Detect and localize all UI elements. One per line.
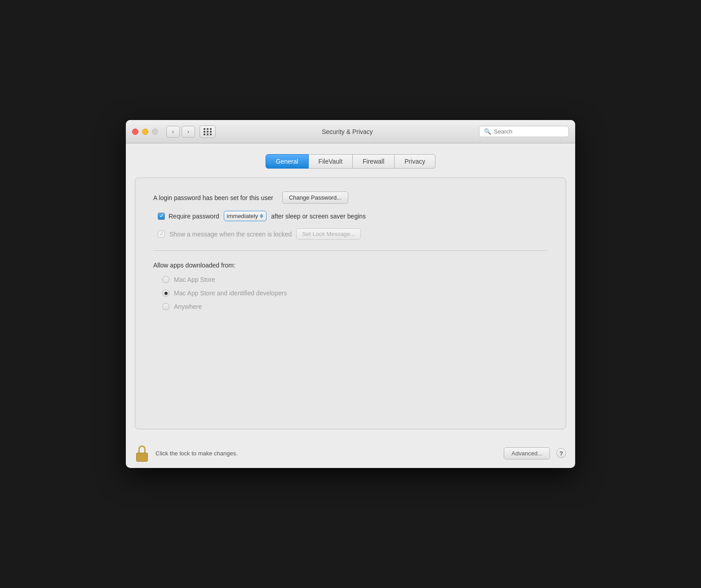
tab-privacy[interactable]: Privacy bbox=[395, 154, 435, 169]
content-area: General FileVault Firewall Privacy A log… bbox=[126, 143, 575, 438]
nav-buttons: ‹ › bbox=[166, 126, 195, 138]
lock-label: Click the lock to make changes. bbox=[155, 450, 497, 457]
immediately-dropdown[interactable]: immediately bbox=[224, 211, 266, 221]
require-password-label: Require password bbox=[169, 213, 219, 220]
search-icon: 🔍 bbox=[484, 128, 491, 135]
radio-anywhere[interactable] bbox=[162, 303, 169, 310]
password-row2: Require password immediately after sleep… bbox=[153, 211, 548, 221]
radio-label-mac-app-store-developers: Mac App Store and identified developers bbox=[174, 290, 287, 297]
tab-filevault[interactable]: FileVault bbox=[309, 154, 353, 169]
back-button[interactable]: ‹ bbox=[166, 126, 180, 138]
radio-item-anywhere: Anywhere bbox=[162, 303, 548, 310]
settings-panel: A login password has been set for this u… bbox=[135, 178, 566, 429]
grid-icon bbox=[204, 128, 212, 135]
dropdown-value: immediately bbox=[227, 213, 258, 219]
main-window: ‹ › Security & Privacy 🔍 General FileVau… bbox=[126, 120, 575, 468]
radio-label-mac-app-store: Mac App Store bbox=[174, 276, 215, 283]
radio-mac-app-store-developers[interactable] bbox=[162, 290, 169, 297]
require-password-checkbox[interactable] bbox=[158, 213, 165, 220]
show-message-checkbox[interactable] bbox=[158, 231, 165, 238]
search-bar[interactable]: 🔍 bbox=[479, 126, 569, 137]
apps-section: Allow apps downloaded from: Mac App Stor… bbox=[153, 251, 548, 310]
bottom-bar: Click the lock to make changes. Advanced… bbox=[126, 438, 575, 468]
advanced-button[interactable]: Advanced... bbox=[504, 447, 550, 459]
tab-bar: General FileVault Firewall Privacy bbox=[135, 154, 566, 169]
grid-button[interactable] bbox=[200, 125, 216, 138]
minimize-button[interactable] bbox=[142, 129, 148, 135]
tab-firewall[interactable]: Firewall bbox=[353, 154, 395, 169]
radio-item-mac-app-store-developers: Mac App Store and identified developers bbox=[162, 290, 548, 297]
radio-label-anywhere: Anywhere bbox=[174, 303, 202, 310]
close-button[interactable] bbox=[132, 129, 138, 135]
allow-apps-title: Allow apps downloaded from: bbox=[153, 262, 548, 269]
window-title: Security & Privacy bbox=[220, 128, 475, 135]
tab-general[interactable]: General bbox=[266, 154, 309, 169]
password-row3: Show a message when the screen is locked… bbox=[153, 228, 548, 240]
radio-group: Mac App Store Mac App Store and identifi… bbox=[153, 276, 548, 310]
change-password-button[interactable]: Change Password... bbox=[282, 192, 348, 204]
traffic-lights bbox=[132, 129, 158, 135]
lock-icon[interactable] bbox=[135, 445, 149, 462]
password-row1: A login password has been set for this u… bbox=[153, 192, 548, 204]
require-password-checkbox-wrapper: Require password bbox=[158, 213, 219, 220]
search-input[interactable] bbox=[494, 128, 564, 135]
radio-mac-app-store[interactable] bbox=[162, 276, 169, 283]
lock-body bbox=[136, 453, 148, 462]
set-lock-message-button[interactable]: Set Lock Message... bbox=[296, 228, 361, 240]
help-button[interactable]: ? bbox=[556, 448, 566, 458]
password-set-label: A login password has been set for this u… bbox=[153, 194, 273, 201]
show-message-label: Show a message when the screen is locked bbox=[169, 231, 292, 238]
after-sleep-label: after sleep or screen saver begins bbox=[271, 213, 366, 220]
dropdown-arrow-icon bbox=[260, 214, 263, 218]
titlebar: ‹ › Security & Privacy 🔍 bbox=[126, 120, 575, 143]
password-section: A login password has been set for this u… bbox=[153, 192, 548, 251]
forward-button[interactable]: › bbox=[182, 126, 195, 138]
radio-item-mac-app-store: Mac App Store bbox=[162, 276, 548, 283]
maximize-button[interactable] bbox=[152, 129, 158, 135]
lock-shackle bbox=[138, 445, 146, 453]
